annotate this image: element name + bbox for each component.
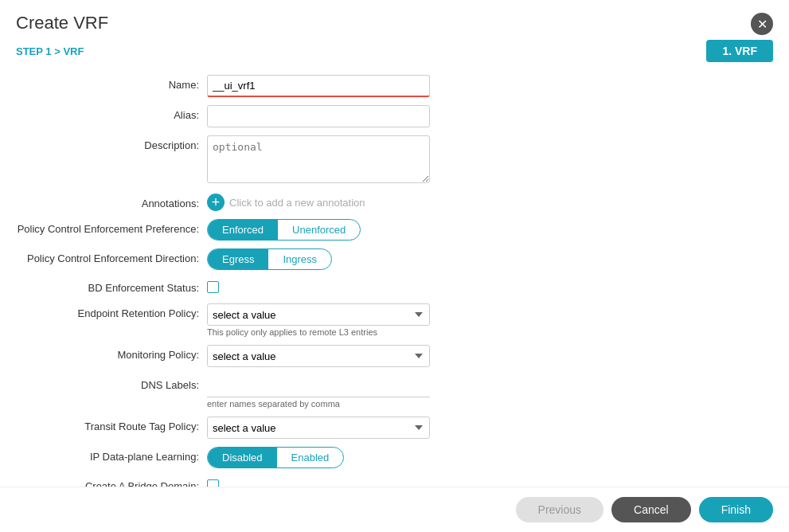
step-bar: STEP 1 > VRF 1. VRF [0,35,789,67]
previous-button[interactable]: Previous [516,497,603,522]
enforcement-toggle-group: Enforced Unenforced [207,219,361,241]
breadcrumb: STEP 1 > VRF [16,45,84,57]
ingress-button[interactable]: Ingress [268,249,331,269]
alias-input[interactable] [207,105,430,127]
dns-labels-control: enter names separated by comma [207,375,430,409]
annotations-label: Annotations: [16,194,207,209]
bridge-domain-label: Create A Bridge Domain: [16,476,207,487]
add-annotation-button[interactable]: + [207,194,225,211]
unenforced-button[interactable]: Unenforced [278,220,360,240]
name-row: Name: [16,75,773,97]
transit-route-control: select a value [207,417,430,439]
description-label: Description: [16,135,207,151]
dns-labels-input[interactable] [207,375,430,397]
description-input[interactable] [207,135,430,183]
cancel-button[interactable]: Cancel [611,497,691,522]
bridge-domain-checkbox[interactable] [207,479,219,487]
name-control [207,75,430,97]
bd-enforcement-checkbox[interactable] [207,281,219,293]
bd-enforcement-control [207,278,430,295]
bridge-domain-control [207,476,430,487]
enforcement-direction-row: Policy Control Enforcement Direction: Eg… [16,248,773,270]
footer: Previous Cancel Finish [0,487,789,532]
annotations-row: Annotations: + Click to add a new annota… [16,194,773,211]
endpoint-retention-label: Endpoint Retention Policy: [16,303,207,319]
ip-dataplane-label: IP Data-plane Learning: [16,447,207,463]
step-tab: 1. VRF [706,40,773,62]
direction-toggle-group: Egress Ingress [207,248,332,270]
annotation-row: + Click to add a new annotation [207,194,430,211]
header: Create VRF ✕ [0,0,789,35]
name-input[interactable] [207,75,430,97]
monitoring-policy-select[interactable]: select a value [207,345,430,367]
endpoint-retention-select[interactable]: select a value [207,303,430,326]
alias-label: Alias: [16,105,207,121]
annotations-control: + Click to add a new annotation [207,194,430,211]
name-label: Name: [16,75,207,91]
dns-labels-label: DNS Labels: [16,375,207,391]
transit-route-row: Transit Route Tag Policy: select a value [16,417,773,439]
ip-dataplane-toggle-group: Disabled Enabled [207,447,344,468]
ip-dataplane-control: Disabled Enabled [207,447,430,468]
enforcement-preference-row: Policy Control Enforcement Preference: E… [16,219,773,241]
dns-labels-row: DNS Labels: enter names separated by com… [16,375,773,409]
bridge-domain-row: Create A Bridge Domain: [16,476,773,487]
finish-button[interactable]: Finish [699,497,773,522]
enforcement-direction-label: Policy Control Enforcement Direction: [16,248,207,264]
form-body: Name: Alias: Description: Annotations: [0,67,789,487]
page-container: Create VRF ✕ STEP 1 > VRF 1. VRF Name: A… [0,0,789,532]
monitoring-policy-row: Monitoring Policy: select a value [16,345,773,367]
bd-enforcement-row: BD Enforcement Status: [16,278,773,295]
enabled-button[interactable]: Enabled [277,448,344,467]
transit-route-select[interactable]: select a value [207,417,430,439]
enforcement-preference-control: Enforced Unenforced [207,219,430,241]
transit-route-label: Transit Route Tag Policy: [16,417,207,432]
alias-control [207,105,430,127]
close-button[interactable]: ✕ [751,13,773,35]
enforcement-direction-control: Egress Ingress [207,248,430,270]
enforced-button[interactable]: Enforced [208,220,278,240]
dns-labels-hint: enter names separated by comma [207,399,430,409]
endpoint-retention-hint: This policy only applies to remote L3 en… [207,327,430,337]
page-title: Create VRF [16,13,108,33]
endpoint-retention-row: Endpoint Retention Policy: select a valu… [16,303,773,337]
monitoring-policy-label: Monitoring Policy: [16,345,207,361]
annotation-hint: Click to add a new annotation [229,197,365,209]
endpoint-retention-control: select a value This policy only applies … [207,303,430,337]
ip-dataplane-row: IP Data-plane Learning: Disabled Enabled [16,447,773,468]
egress-button[interactable]: Egress [208,249,268,269]
monitoring-policy-control: select a value [207,345,430,367]
alias-row: Alias: [16,105,773,127]
bd-enforcement-label: BD Enforcement Status: [16,278,207,294]
enforcement-preference-label: Policy Control Enforcement Preference: [16,219,207,235]
description-control [207,135,430,186]
description-row: Description: [16,135,773,186]
disabled-button[interactable]: Disabled [208,448,277,467]
